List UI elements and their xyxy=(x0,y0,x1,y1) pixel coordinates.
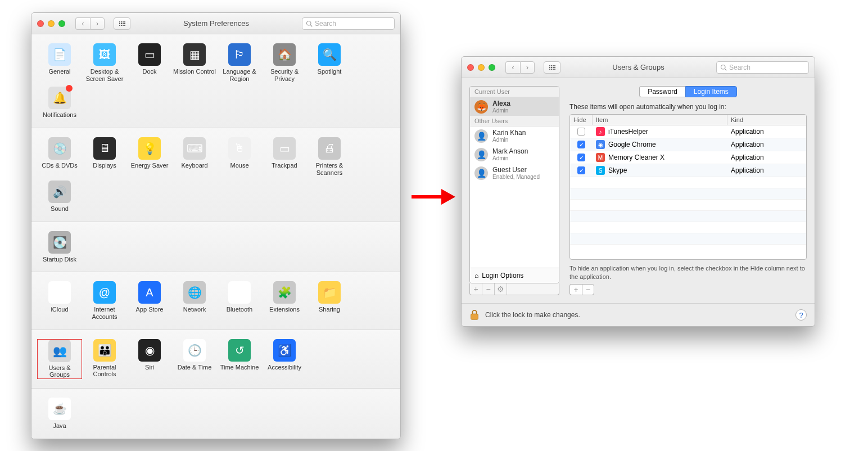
notification-badge xyxy=(66,85,73,92)
pref-label: Date & Time xyxy=(178,364,212,371)
lock-bar: Click the lock to make changes. ? xyxy=(462,303,815,326)
col-kind[interactable]: Kind xyxy=(727,115,806,125)
pref-extensions[interactable]: 🧩Extensions xyxy=(262,281,307,320)
user-row[interactable]: 👤Karin KhanAdmin xyxy=(470,127,559,145)
search-input[interactable]: Search xyxy=(302,17,395,30)
pref-mission-control[interactable]: ▦Mission Control xyxy=(172,43,217,82)
pref-icon: 🕒 xyxy=(183,339,206,362)
pref-cds-dvds[interactable]: 💿CDs & DVDs xyxy=(37,137,82,176)
pref-accessibility[interactable]: ♿Accessibility xyxy=(262,339,307,379)
user-row[interactable]: 👤Guest UserEnabled, Managed xyxy=(470,164,559,182)
zoom-button[interactable] xyxy=(58,20,65,27)
show-all-button[interactable] xyxy=(544,61,560,74)
login-options-row[interactable]: ⌂ Login Options xyxy=(470,268,559,283)
search-input[interactable]: Search xyxy=(716,61,809,74)
hide-checkbox[interactable] xyxy=(577,141,585,148)
pref-security-privacy[interactable]: 🏠Security & Privacy xyxy=(262,43,307,82)
pref-label: Desktop & Screen Saver xyxy=(83,68,126,82)
col-hide[interactable]: Hide xyxy=(570,115,593,125)
pref-icloud[interactable]: ☁iCloud xyxy=(37,281,82,320)
tab-password[interactable]: Password xyxy=(639,86,685,97)
pref-label: Bluetooth xyxy=(227,306,252,313)
pref-label: Mouse xyxy=(230,162,248,169)
hide-checkbox[interactable] xyxy=(577,154,585,161)
forward-button[interactable]: › xyxy=(90,17,105,30)
pref-general[interactable]: 📄General xyxy=(37,43,82,82)
hide-checkbox[interactable] xyxy=(577,128,585,136)
pref-trackpad[interactable]: ▭Trackpad xyxy=(262,137,307,176)
pref-date-time[interactable]: 🕒Date & Time xyxy=(172,339,217,379)
pref-spotlight[interactable]: 🔍Spotlight xyxy=(307,43,352,82)
item-kind: Application xyxy=(727,139,806,150)
pref-dock[interactable]: ▭Dock xyxy=(127,43,172,82)
user-row-current[interactable]: 🦊 Alexa Admin xyxy=(470,97,559,116)
show-all-button[interactable] xyxy=(114,17,130,30)
pref-desktop-screen-saver[interactable]: 🖼Desktop & Screen Saver xyxy=(82,43,127,82)
zoom-button[interactable] xyxy=(489,64,495,71)
pref-label: Energy Saver xyxy=(131,162,169,169)
help-button[interactable]: ? xyxy=(795,309,807,321)
pref-label: Dock xyxy=(142,68,156,75)
pref-energy-saver[interactable]: 💡Energy Saver xyxy=(127,137,172,176)
pref-siri[interactable]: ◉Siri xyxy=(127,339,172,379)
remove-item-button[interactable]: − xyxy=(582,284,594,295)
app-icon: ◉ xyxy=(596,140,605,149)
pref-displays[interactable]: 🖥Displays xyxy=(82,137,127,176)
minimize-button[interactable] xyxy=(478,64,485,71)
pref-label: Notifications xyxy=(43,111,76,119)
main-panel: Password Login Items These items will op… xyxy=(569,86,807,295)
grid-icon xyxy=(549,65,555,70)
pref-icon: 🔍 xyxy=(318,43,341,66)
pref-startup-disk[interactable]: 💽Startup Disk xyxy=(37,231,82,263)
pref-parental-controls[interactable]: 👪Parental Controls xyxy=(82,339,127,379)
pref-users-groups[interactable]: 👥Users & Groups xyxy=(37,339,82,379)
hint-text: To hide an application when you log in, … xyxy=(569,264,807,281)
remove-user-button[interactable]: − xyxy=(482,283,495,295)
table-row[interactable]: ♪iTunesHelperApplication xyxy=(570,125,806,138)
pref-mouse[interactable]: 🖱Mouse xyxy=(217,137,262,176)
table-row[interactable]: MMemory Cleaner XApplication xyxy=(570,151,806,164)
back-button[interactable]: ‹ xyxy=(75,17,90,30)
avatar: 👤 xyxy=(474,129,488,143)
col-item[interactable]: Item xyxy=(593,115,727,125)
forward-button[interactable]: › xyxy=(520,61,535,74)
pref-bluetooth[interactable]: ᚼBluetooth xyxy=(217,281,262,320)
tab-login-items[interactable]: Login Items xyxy=(685,86,737,97)
table-row[interactable]: SSkypeApplication xyxy=(570,164,806,177)
pref-label: Internet Accounts xyxy=(83,306,126,320)
pref-label: CDs & DVDs xyxy=(42,162,78,169)
user-name: Alexa xyxy=(492,100,510,107)
user-row[interactable]: 👤Mark AnsonAdmin xyxy=(470,145,559,164)
app-icon: M xyxy=(596,153,605,162)
login-options-label: Login Options xyxy=(482,272,523,279)
pref-internet-accounts[interactable]: @Internet Accounts xyxy=(82,281,127,320)
pref-label: Users & Groups xyxy=(38,364,81,378)
pref-time-machine[interactable]: ↺Time Machine xyxy=(217,339,262,379)
pref-app-store[interactable]: AApp Store xyxy=(127,281,172,320)
pref-sharing[interactable]: 📁Sharing xyxy=(307,281,352,320)
pref-printers-scanners[interactable]: 🖨Printers & Scanners xyxy=(307,137,352,176)
settings-button[interactable]: ⚙ xyxy=(495,283,507,295)
item-kind: Application xyxy=(727,152,806,163)
add-item-button[interactable]: + xyxy=(569,284,582,295)
search-icon xyxy=(720,64,727,71)
pref-icon: ↺ xyxy=(228,339,251,362)
back-button[interactable]: ‹ xyxy=(505,61,520,74)
table-row-empty xyxy=(570,233,806,245)
auto-open-text: These items will open automatically when… xyxy=(569,103,807,111)
minimize-button[interactable] xyxy=(48,20,55,27)
lock-icon[interactable] xyxy=(469,309,480,321)
pref-sound[interactable]: 🔊Sound xyxy=(37,181,82,213)
pref-keyboard[interactable]: ⌨Keyboard xyxy=(172,137,217,176)
pref-notifications[interactable]: 🔔Notifications xyxy=(37,87,82,119)
pref-language-region[interactable]: 🏳Language & Region xyxy=(217,43,262,82)
pref-java[interactable]: ☕Java xyxy=(37,398,82,430)
pref-network[interactable]: 🌐Network xyxy=(172,281,217,320)
add-user-button[interactable]: + xyxy=(470,283,482,295)
close-button[interactable] xyxy=(37,20,44,27)
user-name: Mark Anson xyxy=(492,147,528,155)
close-button[interactable] xyxy=(467,64,474,71)
table-row[interactable]: ◉Google ChromeApplication xyxy=(570,138,806,151)
hide-checkbox[interactable] xyxy=(577,166,585,174)
pref-icon: ☕ xyxy=(48,398,71,420)
